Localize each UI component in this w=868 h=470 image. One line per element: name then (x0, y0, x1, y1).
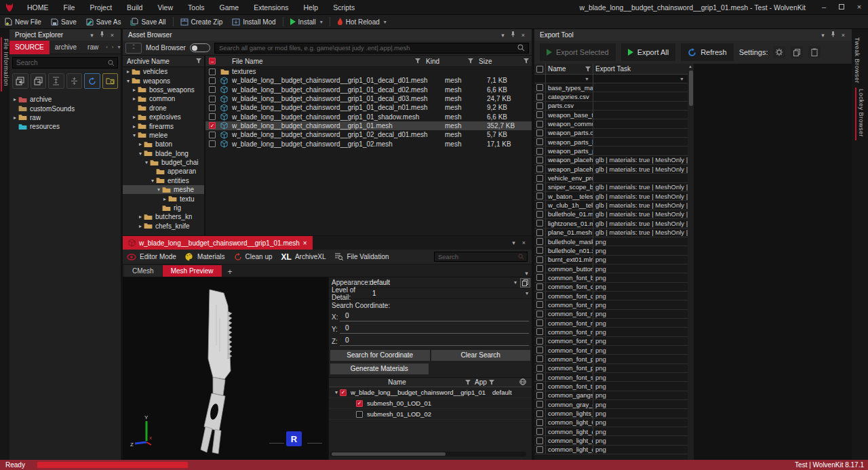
submesh-row[interactable]: ▾✓w_blade_long__budget_chainsword__grip1… (329, 387, 532, 398)
file-row[interactable]: w_blade_long__budget_chainsword__grip1_0… (205, 85, 532, 94)
tree-item[interactable]: ▾entities (123, 176, 204, 185)
export-row[interactable]: common_font_polpng (534, 355, 688, 364)
file-row[interactable]: w_blade_long__budget_chainsword__grip1_0… (205, 130, 532, 139)
checkbox[interactable] (536, 274, 543, 281)
expand-arrow-icon[interactable]: ▾ (149, 178, 156, 184)
export-row[interactable]: common_lights_d0png (534, 409, 688, 418)
checkbox[interactable] (536, 301, 543, 308)
menu-extensions[interactable]: Extensions (246, 0, 296, 15)
tree-item[interactable]: ▸boss_weapons (123, 85, 204, 94)
menu-project[interactable]: Project (82, 0, 119, 15)
chevron-down-icon[interactable]: ▾ (509, 239, 519, 246)
checkbox[interactable] (536, 175, 543, 182)
paste-settings-icon[interactable] (808, 46, 821, 58)
tree-item[interactable]: resources (9, 122, 121, 131)
export-row[interactable]: common_font_trapng (534, 382, 688, 391)
install-mod-button[interactable]: Install Mod (227, 15, 280, 29)
checkbox[interactable] (536, 121, 543, 128)
pin-icon[interactable] (508, 31, 518, 39)
checkbox[interactable] (536, 229, 543, 236)
menu-scripts[interactable]: Scripts (326, 0, 362, 15)
export-row[interactable]: weapon_parts.csv (534, 129, 688, 138)
close-icon[interactable]: × (838, 32, 848, 39)
menu-view[interactable]: View (150, 0, 180, 15)
hot-reload-dropdown-arrow[interactable]: ▾ (384, 19, 387, 25)
filter-icon[interactable] (415, 58, 420, 64)
menu-game[interactable]: Game (212, 0, 247, 15)
checkbox[interactable] (536, 374, 543, 380)
name-filter[interactable]: ▼ (546, 75, 593, 83)
tab-cmesh[interactable]: CMesh (124, 265, 162, 277)
submesh-row[interactable]: ✓submesh_00_LOD_01 (329, 398, 532, 409)
export-row[interactable]: common_font_borpng (534, 273, 688, 282)
chevron-down-icon[interactable]: ▾ (498, 32, 508, 39)
file-row[interactable]: w_blade_long__budget_chainsword__grip1_0… (205, 103, 532, 112)
add-tab-button[interactable]: + (222, 267, 238, 277)
filter-icon[interactable] (196, 58, 201, 64)
column-file-name[interactable]: File Name (216, 58, 415, 65)
checkbox[interactable] (209, 132, 216, 138)
checkbox[interactable] (536, 319, 543, 326)
save-button[interactable]: Save (46, 15, 81, 29)
column-app[interactable]: App (475, 378, 487, 386)
export-row[interactable]: common_font_shepng (534, 373, 688, 382)
clear-search-button[interactable]: Clear Search (431, 350, 531, 361)
checkbox[interactable] (536, 184, 543, 191)
export-row[interactable]: common_gangs_npng (534, 391, 688, 400)
pin-icon[interactable] (828, 31, 838, 39)
chevron-down-icon[interactable]: ▾ (522, 290, 532, 296)
archive-tree-header[interactable]: Archive Name (123, 56, 204, 67)
menu-tools[interactable]: Tools (180, 0, 212, 15)
tree-item[interactable]: ▸vehicles (123, 67, 204, 76)
checkbox[interactable] (536, 283, 543, 290)
export-row[interactable]: weapon_base_typ (534, 111, 688, 119)
select-all-checkbox[interactable]: – (209, 58, 216, 64)
column-size[interactable]: Size (479, 58, 524, 65)
tree-item[interactable]: ▸textu (123, 194, 204, 203)
close-icon[interactable]: × (518, 32, 528, 39)
submesh-row[interactable]: submesh_01_LOD_02 (329, 409, 532, 420)
expand-arrow-icon[interactable]: ▸ (131, 123, 138, 130)
checkbox[interactable]: ✓ (356, 400, 363, 407)
checkbox[interactable] (536, 355, 543, 362)
close-icon[interactable]: × (107, 32, 117, 39)
collapse-tree-button[interactable]: ⌃⌃ (125, 43, 142, 54)
column-name[interactable]: Name (548, 65, 566, 73)
tab-raw[interactable]: raw (82, 41, 104, 54)
chevron-down-icon[interactable]: ▾ (511, 279, 520, 286)
checkbox[interactable] (536, 247, 543, 254)
expand-arrow-icon[interactable]: ▸ (137, 141, 144, 147)
collapse-children-button[interactable] (31, 73, 47, 89)
expand-arrow-icon[interactable]: ▸ (12, 96, 18, 102)
close-button[interactable]: × (850, 0, 868, 15)
collapse-all-button[interactable] (66, 73, 83, 89)
checkbox[interactable] (209, 96, 216, 102)
menu-help[interactable]: Help (296, 0, 326, 15)
file-row[interactable]: w_blade_long__budget_chainsword__grip1_0… (205, 94, 532, 103)
export-row[interactable]: categories.csv (534, 92, 688, 101)
document-search-input[interactable] (435, 253, 518, 260)
checkbox[interactable] (536, 347, 543, 353)
search-for-coordinate-button[interactable]: Search for Coordinate (330, 350, 430, 361)
new-file-button[interactable]: New File (0, 15, 46, 29)
export-row[interactable]: w_baton__telescopglb | materials: true |… (534, 192, 688, 201)
expand-arrow-icon[interactable]: ▸ (131, 87, 138, 93)
materials-button[interactable]: Materials (197, 253, 225, 260)
tree-item[interactable]: drone (123, 104, 204, 113)
expand-arrow-icon[interactable]: ▸ (131, 114, 138, 120)
copy-settings-icon[interactable] (791, 46, 803, 58)
refresh-button[interactable]: Refresh (681, 43, 734, 61)
expand-arrow-icon[interactable]: ▸ (125, 68, 132, 75)
checkbox[interactable] (209, 113, 216, 120)
reset-view-button[interactable]: R (286, 431, 302, 446)
export-row[interactable]: w_club_1h__telescglb | materials: true |… (534, 201, 688, 210)
expand-arrow-icon[interactable]: ▸ (161, 196, 168, 202)
export-row[interactable]: common_light_d02png (534, 427, 688, 436)
mesh-viewport[interactable]: Y Z X R (123, 277, 329, 460)
expand-children-button[interactable] (12, 73, 28, 89)
tree-item[interactable]: customSounds (9, 104, 121, 113)
filter-icon[interactable] (524, 58, 529, 64)
expand-arrow-icon[interactable]: ▾ (131, 132, 138, 138)
expand-arrow-icon[interactable]: ▾ (143, 159, 150, 165)
expand-arrow-icon[interactable]: ▸ (137, 214, 144, 220)
